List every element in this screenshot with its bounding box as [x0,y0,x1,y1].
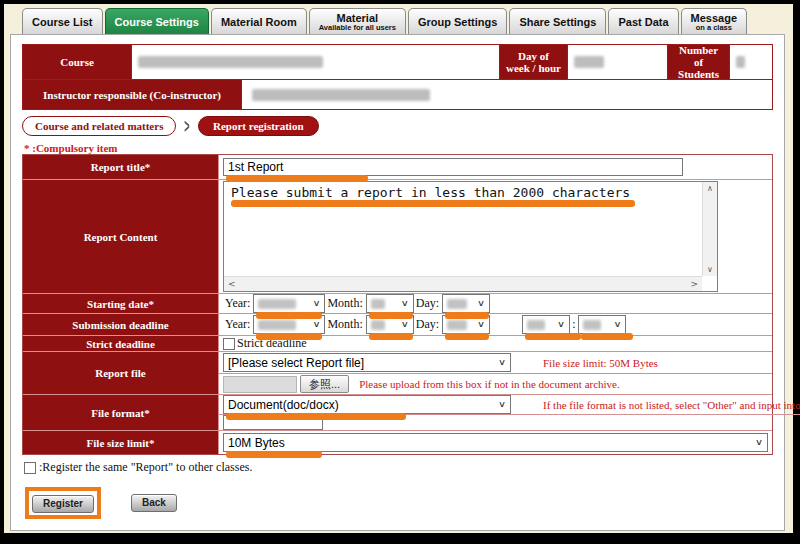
instructor-value [241,80,772,109]
tab-past-data[interactable]: Past Data [608,8,678,34]
strict-deadline-label: Strict deadline [23,336,219,351]
tab-material-room[interactable]: Material Room [211,8,307,34]
file-upload-field[interactable] [223,376,297,393]
deadline-year-label: Year: [225,317,250,332]
instructor-label: Instructor responsible (Co-instructor) [23,80,241,109]
vertical-scrollbar[interactable]: ∧ ∨ [702,182,717,276]
form-row-file-format: File format* Document(doc/docx)∨ If the … [23,394,772,430]
redacted-course-name [138,56,323,68]
redacted-year [258,320,296,330]
deadline-month-label: Month: [327,317,362,332]
main-panel: Course Day of week / hour Number of Stud… [10,34,785,531]
file-format-note: If the file format is not listed, select… [543,399,800,411]
report-title-input[interactable] [223,158,683,176]
scroll-down-icon[interactable]: ∨ [707,265,713,274]
course-and-related-matters-button[interactable]: Course and related matters [22,116,176,136]
redacted-instructor-name [252,89,430,101]
day-of-week-value [567,45,667,79]
register-button[interactable]: Register [32,495,94,513]
course-value [131,45,499,79]
highlight-deadline-year [256,333,322,340]
tab-bar: Course List Course Settings Material Roo… [4,4,793,34]
redacted-month [371,299,385,309]
highlight-start-year [256,312,322,319]
report-title-label: Report title* [23,155,219,179]
chevron-down-icon: ∨ [312,298,320,308]
upload-note: Please upload from this box if not in th… [359,378,620,390]
day-of-week-label: Day of week / hour [499,45,567,79]
submission-deadline-label: Submission deadline [23,314,219,335]
register-other-checkbox[interactable] [24,462,36,474]
tab-course-settings[interactable]: Course Settings [105,8,209,34]
browse-button[interactable]: 参照... [300,375,349,393]
highlight-register-button: Register [25,487,101,519]
register-other-row: :Register the same "Report" to other cla… [24,460,252,475]
chevron-down-icon: ∨ [755,437,763,447]
highlight-deadline-minute [581,333,633,340]
start-year-label: Year: [225,296,250,311]
start-month-select[interactable]: ∨ [366,294,414,313]
report-content-label: Report Content [23,180,219,293]
report-registration-button[interactable]: Report registration [198,116,319,136]
redacted-students-value [736,56,745,68]
form-row-report-title: Report title* [23,155,772,179]
tab-share-settings[interactable]: Share Settings [509,8,606,34]
form-row-report-file: Report file [Please select Report file]∨… [23,351,772,394]
form-row-report-content: Report Content Please submit a report in… [23,179,772,293]
tab-material[interactable]: MaterialAvailable for all users [309,8,406,34]
chevron-down-icon: ∨ [557,319,565,329]
number-of-students-label: Number of Students [667,45,729,79]
file-size-limit-select[interactable]: 10M Bytes∨ [223,433,768,452]
chevron-down-icon: ∨ [312,319,320,329]
number-of-students-value [729,45,772,79]
scroll-up-icon[interactable]: ∧ [707,184,713,193]
form-row-file-size-limit: File size limit* 10M Bytes∨ [23,430,772,454]
chevron-down-icon: ∨ [401,298,409,308]
redacted-year [258,299,296,309]
report-form-table: Report title* Report Content Please subm… [22,154,773,455]
compulsory-note: * :Compulsory item [24,142,118,154]
redacted-hour [527,320,545,330]
highlight-start-month [369,312,413,319]
starting-date-label: Starting date* [23,294,219,313]
file-format-select[interactable]: Document(doc/docx)∨ [223,395,511,414]
breadcrumb: Course and related matters > Report regi… [22,115,319,137]
highlight-report-content [231,200,635,207]
redacted-day-value [574,56,604,68]
strict-deadline-checkbox[interactable] [223,338,235,350]
chevron-down-icon: ∨ [477,319,485,329]
highlight-deadline-day [445,333,489,340]
course-info-row-1: Course Day of week / hour Number of Stud… [23,45,772,79]
chevron-down-icon: ∨ [401,319,409,329]
tab-course-list[interactable]: Course List [22,8,103,34]
scroll-left-icon[interactable]: < [228,279,236,289]
start-day-select[interactable]: ∨ [442,294,490,313]
breadcrumb-separator-icon: > [185,115,190,138]
register-other-label: :Register the same "Report" to other cla… [39,460,252,475]
horizontal-scrollbar[interactable]: < > [224,276,702,291]
report-content-text: Please submit a report in less than 2000… [231,185,630,200]
chevron-down-icon: ∨ [498,357,506,367]
start-day-label: Day: [416,296,439,311]
tab-group-settings[interactable]: Group Settings [408,8,507,34]
report-file-label: Report file [23,352,219,394]
course-info-row-2: Instructor responsible (Co-instructor) [23,79,772,109]
deadline-hour-select[interactable]: ∨ [522,315,570,334]
start-year-select[interactable]: ∨ [253,294,325,313]
file-size-limit-note: File size limit: 50M Bytes [543,357,658,369]
tab-message[interactable]: Messageon a class [681,8,747,34]
chevron-down-icon: ∨ [498,399,506,409]
report-file-select[interactable]: [Please select Report file]∨ [223,353,511,372]
report-content-textarea[interactable]: Please submit a report in less than 2000… [223,181,718,292]
highlight-deadline-hour [525,333,581,340]
deadline-day-label: Day: [416,317,439,332]
time-separator: : [572,317,575,332]
deadline-minute-select[interactable]: ∨ [578,315,626,334]
highlight-file-format [226,413,406,420]
action-buttons: Register Back [25,487,177,519]
chevron-down-icon: ∨ [477,298,485,308]
page: Course List Course Settings Material Roo… [4,4,793,533]
back-button[interactable]: Back [131,494,177,512]
redacted-day [447,299,467,309]
scroll-right-icon[interactable]: > [690,279,698,289]
